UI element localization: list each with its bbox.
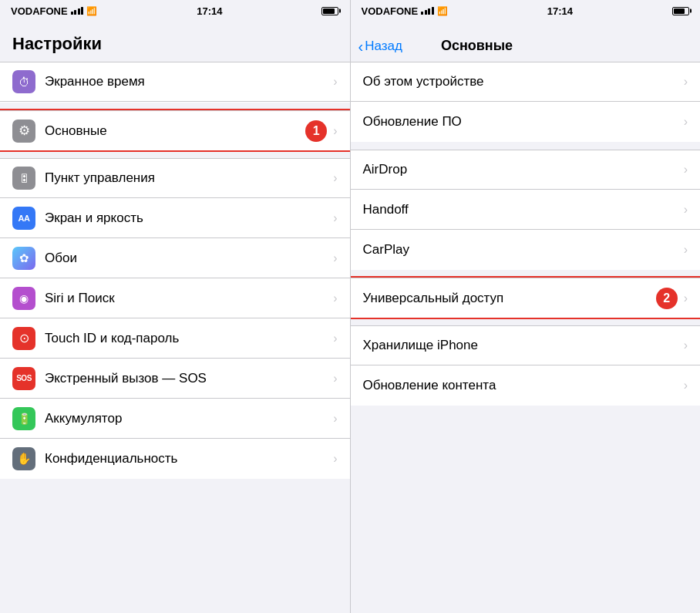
battery-row-chevron: › bbox=[333, 412, 337, 426]
left-section-3: 🎛 Пункт управления › AA Экран и яркость … bbox=[0, 158, 350, 479]
background-refresh-chevron: › bbox=[684, 379, 688, 392]
left-wifi-icon: 📶 bbox=[86, 6, 97, 16]
left-status-bar: VODAFONE 📶 17:14 bbox=[0, 0, 350, 22]
privacy-label: Конфиденциальность bbox=[45, 451, 333, 466]
siri-icon: ◉ bbox=[12, 287, 35, 310]
handoff-label: Handoff bbox=[363, 202, 684, 217]
left-section-1: ⏱ Экранное время › bbox=[0, 62, 350, 103]
settings-row-sos[interactable]: SOS Экстренный вызов — SOS › bbox=[0, 359, 350, 399]
touch-id-label: Touch ID и код-пароль bbox=[45, 331, 333, 346]
screen-time-chevron: › bbox=[333, 75, 337, 89]
settings-row-privacy[interactable]: ✋ Конфиденциальность › bbox=[0, 439, 350, 479]
left-spacer-2 bbox=[0, 150, 350, 158]
settings-row-accessibility[interactable]: Универсальный доступ 2 › bbox=[351, 278, 701, 318]
settings-row-screen-time[interactable]: ⏱ Экранное время › bbox=[0, 62, 350, 102]
right-settings-scroll[interactable]: Об этом устройстве › Обновление ПО › Air… bbox=[351, 62, 701, 613]
display-chevron: › bbox=[333, 211, 337, 225]
right-status-bar: VODAFONE 📶 17:14 bbox=[351, 0, 701, 22]
left-nav-title: Настройки bbox=[12, 34, 102, 54]
right-carrier: VODAFONE bbox=[362, 5, 419, 17]
settings-row-handoff[interactable]: Handoff › bbox=[351, 190, 701, 230]
touch-id-icon: ⊙ bbox=[12, 327, 35, 350]
privacy-icon: ✋ bbox=[12, 447, 35, 470]
handoff-chevron: › bbox=[684, 203, 688, 217]
settings-row-software-update[interactable]: Обновление ПО › bbox=[351, 102, 701, 142]
software-update-label: Обновление ПО bbox=[363, 114, 684, 130]
back-chevron-icon: ‹ bbox=[358, 39, 364, 54]
general-label: Основные bbox=[45, 123, 305, 139]
software-update-chevron: › bbox=[684, 115, 688, 129]
right-battery-fill bbox=[674, 8, 685, 14]
right-status-left: VODAFONE 📶 bbox=[362, 5, 448, 17]
right-section-1: Об этом устройстве › Обновление ПО › bbox=[351, 62, 701, 142]
left-signal bbox=[71, 7, 84, 15]
accessibility-chevron: › bbox=[684, 291, 688, 305]
settings-row-control-center[interactable]: 🎛 Пункт управления › bbox=[0, 158, 350, 198]
right-signal-bar-1 bbox=[421, 12, 423, 15]
left-status-right bbox=[321, 7, 338, 15]
iphone-storage-chevron: › bbox=[684, 338, 688, 352]
right-section-4: Хранилище iPhone › Обновление контента › bbox=[351, 325, 701, 406]
touch-id-chevron: › bbox=[333, 332, 337, 345]
right-time: 17:14 bbox=[547, 5, 573, 17]
accessibility-label: Универсальный доступ bbox=[363, 291, 656, 306]
right-section-2: AirDrop › Handoff › CarPlay › bbox=[351, 150, 701, 270]
settings-row-display[interactable]: AA Экран и яркость › bbox=[0, 198, 350, 238]
sos-chevron: › bbox=[333, 372, 337, 386]
accessibility-badge: 2 bbox=[656, 288, 678, 309]
right-signal-bar-2 bbox=[425, 10, 427, 15]
screen-time-icon: ⏱ bbox=[12, 70, 35, 93]
settings-row-touch-id[interactable]: ⊙ Touch ID и код-пароль › bbox=[0, 318, 350, 359]
signal-bar-4 bbox=[81, 7, 83, 15]
siri-label: Siri и Поиск bbox=[45, 291, 333, 306]
left-battery-fill bbox=[323, 8, 334, 14]
about-label: Об этом устройстве bbox=[363, 74, 684, 89]
carplay-label: CarPlay bbox=[363, 242, 684, 258]
settings-row-airdrop[interactable]: AirDrop › bbox=[351, 150, 701, 190]
sos-label: Экстренный вызов — SOS bbox=[45, 371, 333, 386]
carplay-chevron: › bbox=[684, 243, 688, 257]
sos-icon: SOS bbox=[12, 367, 35, 390]
battery-icon: 🔋 bbox=[12, 407, 35, 430]
right-status-right bbox=[672, 7, 689, 15]
right-battery-icon bbox=[672, 7, 689, 15]
settings-row-siri[interactable]: ◉ Siri и Поиск › bbox=[0, 278, 350, 318]
control-center-chevron: › bbox=[333, 171, 337, 185]
general-icon: ⚙ bbox=[12, 120, 35, 143]
settings-row-about[interactable]: Об этом устройстве › bbox=[351, 62, 701, 102]
settings-row-battery[interactable]: 🔋 Аккумулятор › bbox=[0, 399, 350, 439]
siri-chevron: › bbox=[333, 291, 337, 305]
right-panel: VODAFONE 📶 17:14 ‹ Назад Основные bbox=[351, 0, 701, 613]
privacy-chevron: › bbox=[333, 452, 337, 466]
left-nav-bar: Настройки bbox=[0, 22, 350, 62]
right-signal-bar-4 bbox=[432, 7, 434, 15]
left-status-left: VODAFONE 📶 bbox=[11, 5, 97, 17]
signal-bar-1 bbox=[71, 12, 73, 15]
iphone-storage-label: Хранилище iPhone bbox=[363, 338, 684, 353]
about-chevron: › bbox=[684, 75, 688, 89]
left-settings-scroll[interactable]: ⏱ Экранное время › ⚙ Основные 1 › 🎛 Пунк… bbox=[0, 62, 350, 613]
general-chevron: › bbox=[333, 124, 337, 138]
right-spacer-3 bbox=[351, 318, 701, 325]
display-icon: AA bbox=[12, 207, 35, 230]
settings-row-iphone-storage[interactable]: Хранилище iPhone › bbox=[351, 325, 701, 365]
control-center-icon: 🎛 bbox=[12, 167, 35, 190]
background-refresh-label: Обновление контента bbox=[363, 378, 684, 393]
settings-row-general[interactable]: ⚙ Основные 1 › bbox=[0, 110, 350, 150]
airdrop-label: AirDrop bbox=[363, 162, 684, 177]
right-signal bbox=[421, 7, 434, 15]
left-battery-icon bbox=[321, 7, 338, 15]
settings-row-background-refresh[interactable]: Обновление контента › bbox=[351, 365, 701, 406]
left-section-2: ⚙ Основные 1 › bbox=[0, 110, 350, 150]
right-signal-bar-3 bbox=[428, 8, 430, 15]
right-section-3: Универсальный доступ 2 › bbox=[351, 278, 701, 318]
left-carrier: VODAFONE bbox=[11, 5, 68, 17]
left-time: 17:14 bbox=[197, 5, 222, 17]
right-spacer-2 bbox=[351, 270, 701, 278]
settings-row-carplay[interactable]: CarPlay › bbox=[351, 230, 701, 270]
control-center-label: Пункт управления bbox=[45, 170, 333, 186]
back-label: Назад bbox=[365, 39, 402, 54]
general-badge: 1 bbox=[305, 120, 327, 142]
back-button[interactable]: ‹ Назад bbox=[358, 39, 402, 54]
settings-row-wallpaper[interactable]: ✿ Обои › bbox=[0, 238, 350, 278]
